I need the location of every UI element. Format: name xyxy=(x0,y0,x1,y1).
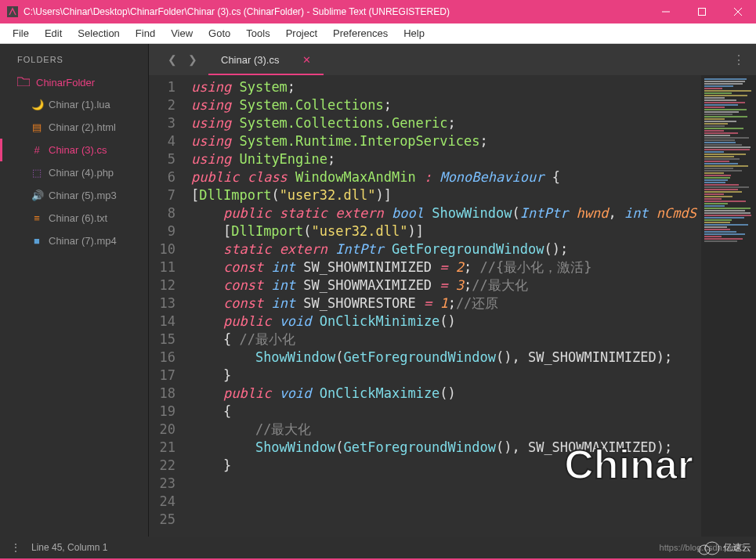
file-label: Chinar (7).mp4 xyxy=(49,235,117,247)
file-icon: ▤ xyxy=(31,121,42,133)
tab-overflow-icon[interactable]: ⋮ xyxy=(732,52,745,67)
statusbar: ⋮ Line 45, Column 1 https://blog.csdn.ne… xyxy=(0,537,756,558)
editor-area: ❮ ❯ Chinar (3).cs ✕ ⋮ 123456789101112131… xyxy=(149,44,756,537)
folder-label: ChinarFolder xyxy=(36,77,95,89)
file-icon: ≡ xyxy=(31,212,42,224)
menu-file[interactable]: File xyxy=(5,25,37,42)
svg-rect-2 xyxy=(699,9,706,16)
tab-close-icon[interactable]: ✕ xyxy=(302,54,311,66)
line-gutter: 1234567891011121314151617181920212223242… xyxy=(149,75,186,537)
sidebar-header: FOLDERS xyxy=(0,44,148,72)
nav-forward-icon[interactable]: ❯ xyxy=(188,53,197,66)
nav-back-icon[interactable]: ❮ xyxy=(168,53,177,66)
file-icon: # xyxy=(31,144,42,156)
file-label: Chinar (2).html xyxy=(49,121,116,133)
file-item[interactable]: ▤Chinar (2).html xyxy=(0,116,148,139)
menu-edit[interactable]: Edit xyxy=(37,25,70,42)
file-icon: ■ xyxy=(31,235,42,247)
window-title: C:\Users\Chinar\Desktop\ChinarFolder\Chi… xyxy=(24,6,648,17)
tab-label: Chinar (3).cs xyxy=(221,54,279,66)
file-icon: 🌙 xyxy=(31,99,42,110)
file-label: Chinar (3).cs xyxy=(49,144,107,156)
minimap[interactable] xyxy=(701,75,756,537)
menu-goto[interactable]: Goto xyxy=(201,25,238,42)
sidebar: FOLDERS ChinarFolder 🌙Chinar (1).lua▤Chi… xyxy=(0,44,149,537)
close-button[interactable] xyxy=(720,0,756,23)
window-controls xyxy=(648,0,756,23)
file-icon: ⬚ xyxy=(31,167,42,179)
folder-root[interactable]: ChinarFolder xyxy=(0,72,148,93)
file-item[interactable]: #Chinar (3).cs xyxy=(0,139,148,161)
tab-bar: ❮ ❯ Chinar (3).cs ✕ ⋮ xyxy=(149,44,756,75)
file-label: Chinar (4).php xyxy=(49,167,114,179)
file-item[interactable]: 🔊Chinar (5).mp3 xyxy=(0,184,148,207)
file-item[interactable]: ■Chinar (7).mp4 xyxy=(0,229,148,252)
minimize-button[interactable] xyxy=(648,0,684,23)
menu-help[interactable]: Help xyxy=(396,25,432,42)
menu-preferences[interactable]: Preferences xyxy=(325,25,396,42)
titlebar: C:\Users\Chinar\Desktop\ChinarFolder\Chi… xyxy=(0,0,756,23)
menu-find[interactable]: Find xyxy=(128,25,163,42)
file-item[interactable]: 🌙Chinar (1).lua xyxy=(0,93,148,116)
main-area: FOLDERS ChinarFolder 🌙Chinar (1).lua▤Chi… xyxy=(0,44,756,537)
code-content[interactable]: using System;using System.Collections;us… xyxy=(186,75,701,537)
file-item[interactable]: ⬚Chinar (4).php xyxy=(0,161,148,184)
maximize-button[interactable] xyxy=(684,0,720,23)
menu-tools[interactable]: Tools xyxy=(238,25,277,42)
tab-active[interactable]: Chinar (3).cs ✕ xyxy=(208,44,324,75)
menu-view[interactable]: View xyxy=(163,25,201,42)
file-label: Chinar (6).txt xyxy=(49,212,107,224)
menubar: FileEditSelectionFindViewGotoToolsProjec… xyxy=(0,23,756,44)
menu-project[interactable]: Project xyxy=(278,25,325,42)
folder-icon xyxy=(17,77,30,89)
app-icon xyxy=(6,5,19,18)
menu-selection[interactable]: Selection xyxy=(70,25,127,42)
cursor-position: Line 45, Column 1 xyxy=(31,542,107,553)
file-item[interactable]: ≡Chinar (6).txt xyxy=(0,207,148,229)
file-label: Chinar (5).mp3 xyxy=(49,190,117,201)
hamburger-icon[interactable]: ⋮ xyxy=(11,542,20,553)
file-icon: 🔊 xyxy=(31,190,42,201)
file-label: Chinar (1).lua xyxy=(49,99,110,110)
code-editor[interactable]: 1234567891011121314151617181920212223242… xyxy=(149,75,756,537)
status-url: https://blog.csdn.net/C xyxy=(660,543,745,552)
